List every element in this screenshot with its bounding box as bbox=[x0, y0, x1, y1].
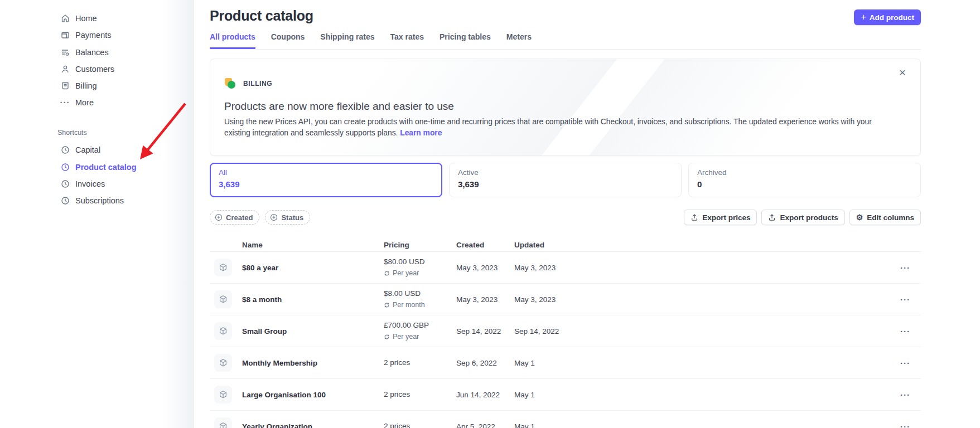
tab-meters[interactable]: Meters bbox=[506, 32, 532, 49]
sidebar-item-home[interactable]: Home bbox=[60, 12, 97, 25]
tab-bar: All products Coupons Shipping rates Tax … bbox=[210, 32, 921, 50]
product-pricing: $8.00 USD Per month bbox=[384, 289, 456, 310]
products-table: Name Pricing Created Updated $80 a year … bbox=[210, 238, 921, 428]
product-pricing: £700.00 GBP Per year bbox=[384, 320, 456, 342]
created-date: Apr 5, 2022 bbox=[456, 422, 514, 428]
stat-card-all[interactable]: All 3,639 bbox=[210, 163, 442, 197]
tab-all-products[interactable]: All products bbox=[210, 32, 255, 49]
sidebar-shortcut-capital[interactable]: Capital bbox=[60, 143, 100, 157]
filter-chip-created[interactable]: Created bbox=[210, 210, 259, 225]
price-amount: $80.00 USD bbox=[384, 257, 456, 267]
sidebar-item-billing[interactable]: Billing bbox=[60, 79, 97, 93]
row-overflow-menu[interactable]: ··· bbox=[890, 422, 921, 428]
export-products-button[interactable]: Export products bbox=[761, 210, 844, 225]
add-product-label: Add product bbox=[870, 13, 914, 22]
product-catalog-page: Home Payments Balances Customers Billing bbox=[0, 0, 980, 428]
export-icon bbox=[768, 213, 776, 221]
table-actions: Export prices Export products ⚙ Edit col… bbox=[684, 210, 921, 225]
product-pricing: 2 prices bbox=[384, 390, 456, 400]
edit-columns-label: Edit columns bbox=[867, 213, 914, 222]
stat-card-archived[interactable]: Archived 0 bbox=[688, 163, 921, 197]
column-header-pricing[interactable]: Pricing bbox=[384, 241, 456, 249]
main-content: Product catalog + Add product All produc… bbox=[210, 0, 921, 428]
sidebar-item-label: More bbox=[75, 98, 94, 107]
stat-label: Archived bbox=[697, 168, 912, 177]
filter-chip-status[interactable]: Status bbox=[265, 210, 310, 225]
table-row[interactable]: $8 a month $8.00 USD Per month May 3, 20… bbox=[210, 284, 921, 315]
updated-date: May 3, 2023 bbox=[514, 264, 890, 272]
sidebar-shortcut-label: Product catalog bbox=[75, 163, 137, 172]
balances-icon bbox=[60, 48, 70, 57]
billing-badge: BILLING bbox=[225, 78, 272, 89]
stat-value: 0 bbox=[697, 179, 912, 189]
column-header-name[interactable]: Name bbox=[242, 241, 384, 249]
price-amount: £700.00 GBP bbox=[384, 320, 456, 330]
column-header-created[interactable]: Created bbox=[456, 241, 514, 249]
sidebar-item-payments[interactable]: Payments bbox=[60, 28, 111, 42]
product-name: Monthly Membership bbox=[242, 359, 384, 367]
table-row[interactable]: Small Group £700.00 GBP Per year Sep 14,… bbox=[210, 315, 921, 347]
sidebar-item-more[interactable]: ··· More bbox=[60, 96, 94, 109]
plus-icon: + bbox=[861, 13, 866, 22]
product-name: Yearly Organization bbox=[242, 422, 384, 428]
row-overflow-menu[interactable]: ··· bbox=[890, 358, 921, 368]
sidebar-edge-gradient bbox=[163, 0, 194, 428]
row-overflow-menu[interactable]: ··· bbox=[890, 390, 921, 400]
price-interval: Per year bbox=[384, 332, 456, 342]
sidebar-shortcut-subscriptions[interactable]: Subscriptions bbox=[60, 194, 124, 207]
table-row[interactable]: Large Organisation 100 2 prices Jun 14, … bbox=[210, 379, 921, 411]
sidebar-item-label: Billing bbox=[75, 81, 97, 90]
export-prices-label: Export prices bbox=[702, 213, 750, 222]
payments-icon bbox=[60, 31, 70, 40]
created-date: Jun 14, 2022 bbox=[456, 391, 514, 399]
sidebar-shortcut-product-catalog[interactable]: Product catalog bbox=[60, 160, 137, 174]
sidebar-item-customers[interactable]: Customers bbox=[60, 62, 114, 76]
circle-plus-icon bbox=[270, 213, 278, 221]
shortcuts-title: Shortcuts bbox=[57, 129, 87, 137]
gear-icon: ⚙ bbox=[856, 213, 863, 221]
edit-columns-button[interactable]: ⚙ Edit columns bbox=[849, 210, 921, 225]
recurring-icon bbox=[384, 302, 390, 308]
product-name: Small Group bbox=[242, 327, 384, 335]
sidebar-item-label: Home bbox=[75, 14, 97, 23]
sidebar-item-balances[interactable]: Balances bbox=[60, 46, 109, 59]
billing-badge-label: BILLING bbox=[243, 80, 272, 87]
tab-tax-rates[interactable]: Tax rates bbox=[390, 32, 424, 49]
tab-shipping-rates[interactable]: Shipping rates bbox=[320, 32, 374, 49]
close-icon[interactable]: × bbox=[896, 66, 909, 79]
product-pricing: $80.00 USD Per year bbox=[384, 257, 456, 278]
row-overflow-menu[interactable]: ··· bbox=[890, 327, 921, 336]
column-header-updated[interactable]: Updated bbox=[514, 241, 890, 249]
table-row[interactable]: Monthly Membership 2 prices Sep 6, 2022 … bbox=[210, 347, 921, 379]
learn-more-link[interactable]: Learn more bbox=[400, 129, 442, 137]
stat-label: Active bbox=[458, 168, 673, 177]
tab-pricing-tables[interactable]: Pricing tables bbox=[440, 32, 491, 49]
updated-date: May 1 bbox=[514, 359, 890, 367]
table-row[interactable]: Yearly Organization 2 prices Apr 5, 2022… bbox=[210, 411, 921, 428]
created-date: Sep 14, 2022 bbox=[456, 327, 514, 335]
product-pricing: 2 prices bbox=[384, 358, 456, 368]
price-amount: $8.00 USD bbox=[384, 289, 456, 299]
stat-card-active[interactable]: Active 3,639 bbox=[449, 163, 682, 197]
updated-date: May 1 bbox=[514, 422, 890, 428]
tab-coupons[interactable]: Coupons bbox=[271, 32, 305, 49]
table-header-row: Name Pricing Created Updated bbox=[210, 238, 921, 252]
export-prices-button[interactable]: Export prices bbox=[684, 210, 757, 225]
billing-product-icon bbox=[225, 78, 235, 89]
sidebar-item-label: Balances bbox=[75, 48, 109, 57]
table-row[interactable]: $80 a year $80.00 USD Per year May 3, 20… bbox=[210, 252, 921, 284]
product-box-icon bbox=[214, 386, 232, 403]
export-products-label: Export products bbox=[780, 213, 838, 222]
product-name: $80 a year bbox=[242, 264, 384, 272]
billing-promo-banner: BILLING Products are now more flexible a… bbox=[210, 59, 921, 156]
row-overflow-menu[interactable]: ··· bbox=[890, 263, 921, 273]
sidebar-item-label: Payments bbox=[75, 31, 111, 40]
add-product-button[interactable]: + Add product bbox=[854, 9, 921, 25]
sidebar-shortcut-invoices[interactable]: Invoices bbox=[60, 177, 105, 191]
clock-icon bbox=[60, 196, 70, 206]
recurring-icon bbox=[384, 270, 390, 276]
product-name: $8 a month bbox=[242, 295, 384, 304]
sidebar-shortcut-label: Capital bbox=[75, 145, 100, 154]
row-overflow-menu[interactable]: ··· bbox=[890, 295, 921, 304]
updated-date: May 3, 2023 bbox=[514, 295, 890, 304]
